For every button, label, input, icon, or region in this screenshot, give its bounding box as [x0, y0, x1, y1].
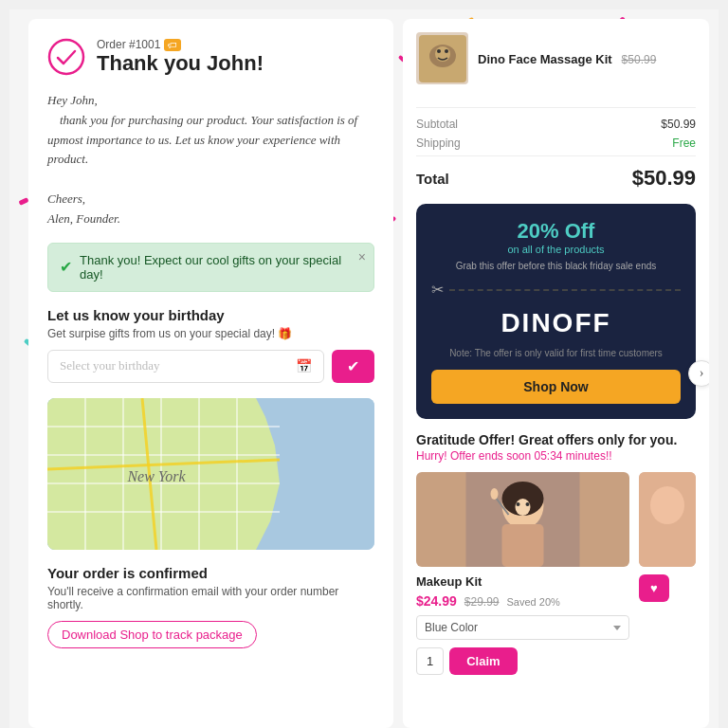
greeting-text: Hey John, thank you for purchasing our p… — [47, 91, 374, 229]
shipping-row: Shipping Free — [416, 136, 696, 150]
grand-total-row: Total $50.99 — [416, 155, 696, 191]
product-name: Dino Face Massage Kit — [478, 52, 612, 66]
order-confirmed-text: You'll receive a confirmation email with… — [47, 585, 374, 611]
check-circle-icon: ✔ — [60, 258, 72, 276]
subtotal-value: $50.99 — [661, 118, 696, 131]
coupon-grab-text: Grab this offer before this black friday… — [431, 261, 681, 271]
product-details: Dino Face Massage Kit $50.99 — [478, 50, 656, 67]
makeup-kit-price-new: $24.99 — [416, 593, 457, 609]
birthday-section: Let us know your birthday Get surpise gi… — [47, 307, 374, 383]
order-totals: Subtotal $50.99 Shipping Free Total $50.… — [416, 107, 696, 191]
gratitude-section: Gratitude Offer! Great offers only for y… — [416, 432, 696, 675]
svg-point-26 — [526, 502, 530, 506]
svg-point-25 — [517, 502, 520, 506]
order-badge: 🏷 — [164, 39, 181, 51]
product-row: Dino Face Massage Kit $50.99 — [416, 32, 696, 94]
check-icon — [47, 38, 85, 76]
product-image — [416, 32, 468, 84]
makeup-kit-price-old: $29.99 — [464, 595, 500, 609]
shipping-value: Free — [672, 136, 696, 150]
product-price-old: $50.99 — [622, 53, 657, 66]
scissors-icon: ✂ — [431, 281, 444, 299]
svg-point-24 — [516, 499, 531, 516]
svg-rect-23 — [502, 524, 544, 567]
subtotal-row: Subtotal $50.99 — [416, 118, 696, 131]
confetti-piece — [18, 197, 28, 206]
claim-button[interactable]: Claim — [449, 647, 517, 675]
second-claim-button[interactable]: ♥ — [639, 574, 669, 602]
birthday-title: Let us know your birthday — [47, 307, 374, 323]
svg-point-18 — [437, 49, 441, 53]
coupon-note: Note: The offer is only valid for first … — [431, 348, 681, 358]
left-panel: Order #1001 🏷 Thank you John! Hey John, … — [28, 19, 393, 728]
right-panel: Dino Face Massage Kit $50.99 Subtotal $5… — [403, 19, 709, 728]
makeup-kit-card: Makeup Kit $24.99 $29.99 Saved 20% Blue … — [416, 472, 629, 675]
gratitude-title: Gratitude Offer! Great offers only for y… — [416, 432, 696, 447]
order-confirmed-title: Your order is confirmed — [47, 565, 374, 581]
makeup-kit-pricing: $24.99 $29.99 Saved 20% — [416, 592, 629, 610]
coupon-card: 20% Off on all of the products Grab this… — [416, 204, 696, 419]
thank-you-title: Thank you John! — [97, 51, 264, 76]
order-info: Order #1001 🏷 Thank you John! — [97, 38, 264, 76]
color-select[interactable]: Blue Color — [416, 615, 629, 640]
products-grid: Makeup Kit $24.99 $29.99 Saved 20% Blue … — [416, 472, 696, 675]
svg-text:New York: New York — [126, 468, 186, 484]
svg-point-19 — [445, 49, 448, 53]
coupon-off-text: 20% Off — [431, 219, 681, 244]
coupon-dashes — [449, 289, 681, 291]
makeup-kit-name: Makeup Kit — [416, 574, 629, 589]
svg-point-28 — [491, 488, 499, 500]
svg-point-0 — [49, 40, 83, 74]
download-link[interactable]: Download Shop to track package — [47, 621, 257, 648]
quantity-claim-row: 1 Claim — [416, 647, 629, 675]
order-number-text: Order #1001 — [97, 38, 160, 51]
order-header: Order #1001 🏷 Thank you John! — [47, 38, 374, 76]
birthday-submit-button[interactable]: ✔ — [332, 350, 374, 383]
subtotal-label: Subtotal — [416, 118, 458, 131]
grand-total-value: $50.99 — [632, 166, 696, 191]
checkmark-icon: ✔ — [347, 357, 359, 375]
shipping-label: Shipping — [416, 136, 461, 150]
screen: Order #1001 🏷 Thank you John! Hey John, … — [9, 9, 719, 728]
close-banner-button[interactable]: × — [358, 249, 366, 264]
order-confirmed-section: Your order is confirmed You'll receive a… — [47, 565, 374, 648]
coupon-on-text: on all of the products — [431, 244, 681, 255]
birthday-input-row: Select your birthday 📅 ✔ — [47, 350, 374, 383]
birthday-placeholder: Select your birthday — [60, 358, 159, 373]
shop-now-button[interactable]: Shop Now — [431, 370, 681, 404]
second-product-card: ♥ — [639, 472, 696, 675]
birthday-input[interactable]: Select your birthday 📅 — [47, 350, 324, 383]
birthday-subtitle: Get surpise gifts from us on your specia… — [47, 327, 374, 340]
makeup-kit-saved: Saved 20% — [507, 596, 560, 608]
next-arrow-button[interactable]: › — [688, 360, 709, 387]
svg-point-30 — [650, 486, 684, 524]
coupon-code: DINOFF — [431, 308, 681, 338]
makeup-kit-image — [416, 472, 629, 567]
quantity-display: 1 — [416, 647, 444, 675]
success-banner: ✔ Thank you! Expect our cool gifts on yo… — [47, 243, 374, 292]
success-banner-text: Thank you! Expect our cool gifts on your… — [80, 253, 362, 282]
grand-total-label: Total — [416, 171, 449, 187]
map-section: New York — [47, 398, 374, 550]
second-product-image — [639, 472, 696, 567]
order-number: Order #1001 🏷 — [97, 38, 264, 51]
calendar-icon: 📅 — [296, 358, 312, 374]
gratitude-timer: Hurry! Offer ends soon 05:34 minutes!! — [416, 449, 696, 463]
coupon-divider: ✂ — [431, 281, 681, 299]
